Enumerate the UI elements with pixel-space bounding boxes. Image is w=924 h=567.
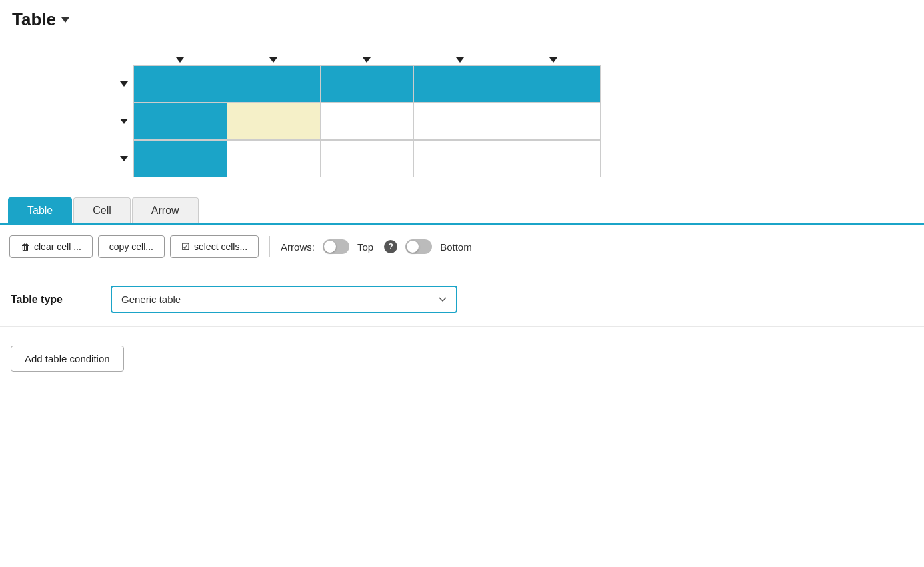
add-table-condition-button[interactable]: Add table condition bbox=[11, 346, 124, 372]
select-cells-label: select cells... bbox=[194, 241, 247, 252]
col-arrow-3[interactable] bbox=[320, 57, 413, 63]
cell-r3c2[interactable] bbox=[227, 141, 321, 177]
trash-icon bbox=[21, 241, 30, 252]
grid-table-row1 bbox=[133, 65, 601, 103]
tab-table[interactable]: Table bbox=[8, 197, 72, 223]
top-toggle-slider bbox=[323, 239, 349, 254]
copy-cell-button[interactable]: copy cell... bbox=[98, 235, 165, 258]
cell-r2c5[interactable] bbox=[507, 103, 601, 140]
row-arrow-2[interactable] bbox=[107, 119, 133, 124]
col-arrow-5[interactable] bbox=[507, 57, 600, 63]
bottom-label: Bottom bbox=[440, 241, 472, 253]
table-row bbox=[107, 140, 924, 177]
clear-cell-label: clear cell ... bbox=[34, 241, 81, 252]
table-type-section: Table type Generic table Pivot table Sum… bbox=[0, 269, 924, 327]
cell-r1c1[interactable] bbox=[134, 66, 227, 103]
check-icon bbox=[181, 241, 190, 252]
cell-r1c3[interactable] bbox=[321, 66, 414, 103]
tab-cell[interactable]: Cell bbox=[73, 197, 131, 223]
grid-table-row2 bbox=[133, 103, 601, 140]
cell-r2c3[interactable] bbox=[321, 103, 414, 140]
bottom-toggle[interactable] bbox=[405, 239, 432, 254]
tab-arrow[interactable]: Arrow bbox=[132, 197, 199, 223]
cell-r2c4[interactable] bbox=[414, 103, 507, 140]
cell-r3c5[interactable] bbox=[507, 141, 601, 177]
cell-r1c4[interactable] bbox=[414, 66, 507, 103]
page-header: Table bbox=[0, 0, 924, 37]
tabs-section: Table Cell Arrow bbox=[0, 197, 924, 225]
help-icon[interactable]: ? bbox=[384, 240, 397, 253]
table-type-label: Table type bbox=[11, 294, 84, 306]
add-condition-section: Add table condition bbox=[0, 327, 924, 385]
table-row bbox=[107, 65, 924, 103]
arrows-label: Arrows: bbox=[281, 241, 315, 253]
table-type-select[interactable]: Generic table Pivot table Summary table bbox=[111, 286, 457, 313]
cell-r2c1[interactable] bbox=[134, 103, 227, 140]
copy-cell-label: copy cell... bbox=[109, 241, 153, 252]
title-dropdown-icon[interactable] bbox=[61, 17, 69, 23]
cell-r3c3[interactable] bbox=[321, 141, 414, 177]
clear-cell-button[interactable]: clear cell ... bbox=[9, 235, 93, 258]
select-cells-button[interactable]: select cells... bbox=[170, 235, 259, 258]
cell-r1c2[interactable] bbox=[227, 66, 321, 103]
top-toggle[interactable] bbox=[323, 239, 349, 254]
cell-r3c1[interactable] bbox=[134, 141, 227, 177]
table-rows-wrapper bbox=[107, 65, 924, 177]
row-arrow-1[interactable] bbox=[107, 81, 133, 87]
top-label: Top bbox=[357, 241, 373, 253]
toolbar-divider bbox=[269, 236, 270, 257]
grid-table-row3 bbox=[133, 140, 601, 177]
cell-r1c5[interactable] bbox=[507, 66, 601, 103]
col-arrows-row bbox=[133, 57, 924, 63]
table-preview-area bbox=[0, 37, 924, 197]
bottom-toggle-slider bbox=[405, 239, 432, 254]
cell-r2c2[interactable] bbox=[227, 103, 321, 140]
cell-r3c4[interactable] bbox=[414, 141, 507, 177]
page-title: Table bbox=[12, 9, 56, 30]
row-arrow-3[interactable] bbox=[107, 156, 133, 161]
col-arrow-4[interactable] bbox=[413, 57, 507, 63]
col-arrow-2[interactable] bbox=[227, 57, 320, 63]
col-arrow-1[interactable] bbox=[133, 57, 227, 63]
toolbar-row: clear cell ... copy cell... select cells… bbox=[0, 225, 924, 269]
table-row bbox=[107, 103, 924, 140]
